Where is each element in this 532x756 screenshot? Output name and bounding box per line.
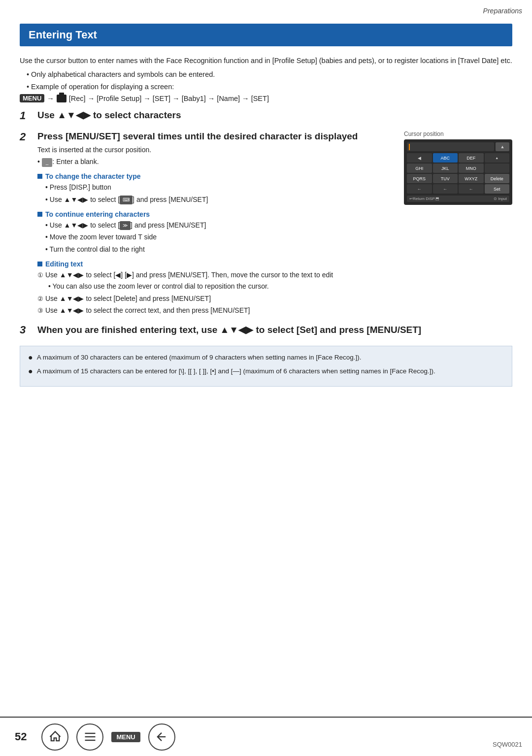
page-number: 52 [15,730,27,743]
step3: 3 When you are finished entering text, u… [20,324,512,337]
step2-sub1: Text is inserted at the cursor position. [37,145,395,156]
menu-nav-badge[interactable]: MENU [111,732,140,742]
cursor-label: Cursor position [404,131,512,137]
preparations-label: Preparations [483,7,522,15]
path-line: MENU → [Rec] → [Profile Setup] → [SET] →… [20,94,512,102]
editing-sub1: • You can also use the zoom lever or con… [48,281,395,292]
step2-number: 2 [20,131,37,143]
editing-item3: ③ Use ▲▼◀▶ to select the correct text, a… [37,305,395,316]
step2-text: Press [MENU/SET] several times until the… [37,131,395,317]
step2-layout: Press [MENU/SET] several times until the… [37,131,512,317]
blue-square-1 [37,174,42,179]
continue-item1: • Use ▲▼◀▶ to select [≫] and press [MENU… [45,220,395,231]
intro-bullet1: • Only alphabetical characters and symbo… [27,69,512,80]
continue-item2: • Move the zoom lever toward T side [45,232,395,243]
continue-item3: • Turn the control dial to the right [45,244,395,255]
step3-title: When you are finished entering text, use… [37,324,512,337]
section-title: Entering Text [20,24,512,46]
step2: 2 Press [MENU/SET] several times until t… [20,131,512,317]
keyboard-image: Cursor position ▲ ◀ ABC [404,131,512,205]
change-item1: • Press [DISP.] button [45,182,395,193]
step2-title: Press [MENU/SET] several times until the… [37,131,395,143]
step1: 1 Use ▲▼◀▶ to select characters [20,109,512,124]
note2: ● A maximum of 15 characters can be ente… [28,366,504,377]
step1-content: Use ▲▼◀▶ to select characters [37,109,512,124]
path-text: [Rec] → [Profile Setup] → [SET] → [Baby1… [69,95,269,102]
path-arrow: → [47,95,54,102]
intro-bullet2: • Example of operation for displaying a … [27,81,512,92]
step2-sub2: • _: Enter a blank. [37,157,395,167]
notes-box: ● A maximum of 30 characters can be ente… [20,346,512,387]
main-content: Entering Text Use the cursor button to e… [20,24,512,712]
section-continue-label: To continue entering characters [37,210,395,218]
list-button[interactable] [76,723,103,751]
keyboard-screen: ▲ ◀ ABC DEF ▲ [404,139,512,205]
home-button[interactable] [41,723,68,751]
blue-square-3 [37,262,42,266]
editing-item2: ② Use ▲▼◀▶ to select [Delete] and press … [37,294,395,304]
step1-number: 1 [20,109,37,122]
step3-number: 3 [20,324,37,336]
step1-title: Use ▲▼◀▶ to select characters [37,109,512,122]
change-item2: • Use ▲▼◀▶ to select [⌨] and press [MENU… [45,195,395,205]
blue-square-2 [37,212,42,217]
bottom-code: SQW0021 [493,741,522,748]
back-button[interactable] [148,723,175,751]
step2-content: Press [MENU/SET] several times until the… [37,131,512,317]
intro-main-text: Use the cursor button to enter names wit… [20,55,512,66]
step3-content: When you are finished entering text, use… [37,324,512,337]
note1: ● A maximum of 30 characters can be ente… [28,352,504,363]
section-editing-label: Editing text [37,260,395,268]
section-change-label: To change the character type [37,172,395,180]
editing-item1: ① Use ▲▼◀▶ to select [◀] [▶] and press [… [37,270,395,281]
menu-badge: MENU [20,94,44,102]
bottom-nav: 52 MENU SQW0021 [0,717,532,756]
